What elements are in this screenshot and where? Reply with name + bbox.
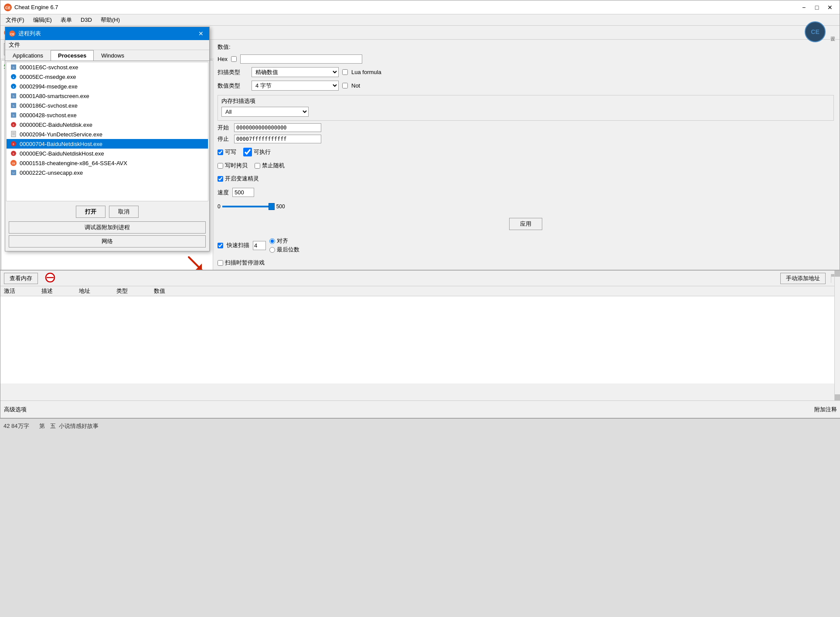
proc-name-8: 00000704-BaiduNetdiskHost.exe: [20, 141, 102, 147]
last-digit-radio[interactable]: [269, 247, 275, 253]
dialog-title-bar: CE 进程列表 ✕: [5, 27, 209, 40]
process-list[interactable]: S 00001E6C-svchost.exe e 00005EC-msedge.…: [6, 62, 208, 201]
speed-slider[interactable]: [222, 202, 275, 211]
list-item[interactable]: B 000000EC-BaiduNetdisk.exe: [7, 120, 208, 129]
writable-label: 可写: [225, 148, 236, 156]
start-label: 开始: [218, 124, 231, 132]
tab-processes[interactable]: Processes: [51, 50, 94, 61]
menu-edit[interactable]: 编辑(E): [30, 15, 55, 25]
memory-type-select[interactable]: All: [221, 107, 309, 117]
menu-bar: 文件(F) 编辑(E) 表单 D3D 帮助(H): [0, 14, 840, 26]
menu-view[interactable]: 表单: [57, 15, 75, 25]
svg-text:CE: CE: [5, 6, 11, 10]
tab-applications[interactable]: Applications: [5, 50, 51, 61]
proc-icon-4: S: [10, 102, 17, 109]
list-item[interactable]: S 0000186C-svchost.exe: [7, 101, 208, 110]
proc-name-10: 00001518-cheatengine-x86_64-SSE4-AVX: [20, 160, 127, 166]
speed-input[interactable]: [232, 188, 254, 197]
no-random-checkbox[interactable]: [255, 163, 260, 169]
bottom-scrollbar[interactable]: [834, 271, 840, 400]
fast-scan-value[interactable]: [253, 241, 266, 250]
col-address: 地址: [79, 287, 90, 295]
dialog-menu[interactable]: 文件: [5, 40, 209, 50]
address-table: [0, 296, 840, 383]
col-active: 激活: [4, 287, 15, 295]
not-checkbox[interactable]: [342, 83, 348, 88]
lua-formula-checkbox[interactable]: [342, 69, 348, 75]
svg-text:S: S: [13, 95, 14, 98]
menu-help[interactable]: 帮助(H): [97, 15, 123, 25]
scan-value-input[interactable]: [240, 54, 362, 64]
stop-range-row: 停止: [218, 135, 834, 143]
col-value: 数值: [154, 287, 165, 295]
scan-type-select[interactable]: 精确数值: [252, 67, 339, 77]
apply-button[interactable]: 应用: [509, 218, 542, 230]
executable-checkbox[interactable]: [243, 148, 252, 156]
proc-icon-1: e: [10, 73, 17, 80]
network-button[interactable]: 网络: [9, 235, 206, 247]
hex-checkbox[interactable]: [231, 56, 237, 62]
list-item[interactable]: S 00001E6C-svchost.exe: [7, 62, 208, 72]
minimize-button[interactable]: −: [798, 3, 810, 12]
dialog-title: 进程列表: [18, 30, 41, 37]
no-entry-icon: [45, 272, 55, 284]
value-type-select[interactable]: 4 字节: [252, 81, 339, 91]
process-tabs: Applications Processes Windows: [5, 50, 209, 61]
fast-scan-label: 快速扫描: [227, 241, 249, 249]
alignment-radio[interactable]: [269, 238, 275, 244]
svg-text:U: U: [13, 172, 14, 174]
proc-icon-10: CE: [10, 159, 17, 166]
proc-icon-8: B: [10, 140, 17, 147]
maximize-button[interactable]: □: [811, 3, 823, 12]
proc-name-5: 00000428-svchost.exe: [20, 112, 77, 119]
list-item-selected[interactable]: B 00000704-BaiduNetdiskHost.exe: [7, 139, 208, 149]
add-address-button[interactable]: 手动添加地址: [780, 273, 826, 284]
fast-scan-checkbox[interactable]: [218, 243, 223, 248]
svg-text:S: S: [13, 105, 14, 107]
copy-on-write-checkbox[interactable]: [218, 163, 223, 169]
list-item[interactable]: S 00001A80-smartscreen.exe: [7, 91, 208, 101]
table-header: 激活 描述 地址 类型 数值: [0, 286, 840, 296]
taskbar-area: 42 84万字 第 五 小说情感好故事: [0, 418, 840, 617]
last-digit-label: 最后位数: [277, 246, 299, 254]
menu-file[interactable]: 文件(F): [2, 15, 28, 25]
svg-text:e: e: [13, 85, 14, 88]
open-button[interactable]: 打开: [76, 206, 105, 218]
svg-text:S: S: [13, 114, 14, 117]
list-item[interactable]: U 0000222C-unsecapp.exe: [7, 168, 208, 177]
pause-game-checkbox[interactable]: [218, 260, 223, 266]
start-range-input[interactable]: [234, 123, 321, 132]
add-comment-label: 附加注释: [814, 406, 837, 414]
list-item[interactable]: CE 00001518-cheatengine-x86_64-SSE4-AVX: [7, 158, 208, 168]
proc-icon-5: S: [10, 112, 17, 119]
dialog-close-button[interactable]: ✕: [196, 29, 206, 38]
list-item[interactable]: e 00005EC-msedge.exe: [7, 72, 208, 81]
alignment-group: 对齐 最后位数: [269, 237, 299, 254]
close-button[interactable]: ✕: [824, 3, 836, 12]
proc-name-0: 00001E6C-svchost.exe: [20, 64, 78, 71]
stop-range-input[interactable]: [234, 135, 321, 143]
speed-hack-checkbox[interactable]: [218, 176, 223, 182]
tab-windows[interactable]: Windows: [94, 50, 132, 61]
executable-label: 可执行: [254, 148, 271, 156]
proc-icon-9: B: [10, 150, 17, 157]
status-bar: 高级选项 附加注释: [0, 400, 840, 418]
cancel-button[interactable]: 取消: [109, 206, 139, 218]
proc-name-11: 0000222C-unsecapp.exe: [20, 170, 83, 176]
list-item[interactable]: e 00002994-msedge.exe: [7, 81, 208, 91]
view-memory-button[interactable]: 查看内存: [4, 273, 38, 284]
list-item[interactable]: S 00000428-svchost.exe: [7, 110, 208, 120]
svg-text:S: S: [13, 66, 14, 69]
list-item[interactable]: 00002094-YunDetectService.exe: [7, 129, 208, 139]
svg-text:CE: CE: [10, 33, 14, 36]
proc-icon-3: S: [10, 92, 17, 99]
lua-formula-label: Lua formula: [351, 69, 381, 75]
speed-hack-label: 开启变速精灵: [225, 175, 259, 183]
menu-d3d[interactable]: D3D: [77, 16, 95, 24]
writable-checkbox[interactable]: [218, 149, 223, 155]
attach-debugger-button[interactable]: 调试器附加到进程: [9, 221, 206, 234]
start-range-row: 开始: [218, 123, 834, 132]
col-description: 描述: [41, 287, 53, 295]
dialog-buttons: 打开 取消: [5, 202, 209, 221]
list-item[interactable]: B 00000E9C-BaiduNetdiskHost.exe: [7, 149, 208, 158]
